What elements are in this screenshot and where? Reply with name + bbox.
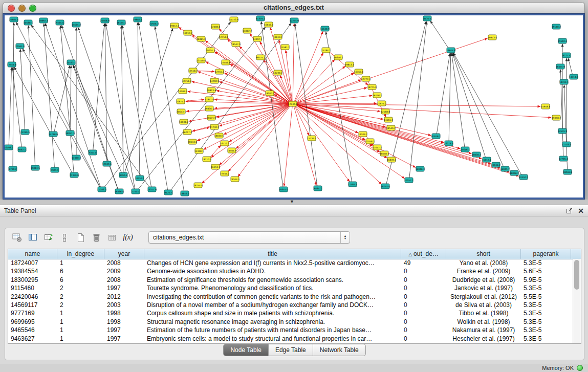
graph-edge[interactable] bbox=[155, 27, 184, 191]
row-tools-icon[interactable] bbox=[58, 231, 71, 244]
graph-edge[interactable] bbox=[44, 24, 55, 167]
graph-node[interactable]: 14081.5 bbox=[178, 89, 187, 94]
graph-edge[interactable] bbox=[452, 53, 485, 158]
graph-node[interactable]: 14200.9 bbox=[210, 78, 219, 83]
graph-node[interactable]: 17584.1 bbox=[348, 182, 357, 187]
merge-table-icon[interactable] bbox=[105, 231, 119, 244]
table-row[interactable]: 946362711997Embryonic stem cells: a mode… bbox=[8, 335, 573, 343]
graph-node[interactable]: 14768.9 bbox=[49, 132, 58, 137]
graph-node[interactable]: 16046.3 bbox=[416, 166, 425, 171]
graph-node[interactable]: 20163.1 bbox=[67, 60, 76, 65]
graph-node[interactable]: 16198.2 bbox=[5, 145, 13, 150]
column-header-pagerank[interactable]: pagerank bbox=[521, 249, 571, 259]
column-header-out_degree[interactable]: △out_de… bbox=[401, 249, 446, 259]
graph-node[interactable]: 76344.5 bbox=[230, 177, 239, 182]
graph-edge[interactable] bbox=[293, 24, 294, 101]
delete-table-icon[interactable] bbox=[90, 231, 103, 244]
graph-node[interactable]: 16640.9 bbox=[320, 26, 330, 31]
import-table-icon[interactable] bbox=[42, 231, 55, 244]
graph-node[interactable]: 18485.0 bbox=[197, 36, 206, 41]
graph-edge[interactable] bbox=[568, 58, 572, 75]
graph-edge[interactable] bbox=[228, 106, 290, 171]
graph-node[interactable]: 8834.2 bbox=[314, 186, 322, 191]
table-row[interactable]: 946554611997Estimation of the future num… bbox=[8, 326, 573, 334]
graph-node[interactable]: 16362.1 bbox=[354, 69, 363, 74]
graph-edge[interactable] bbox=[73, 65, 118, 189]
graph-node[interactable]: 19336.1 bbox=[205, 106, 214, 111]
graph-node[interactable]: 20024.1 bbox=[206, 48, 215, 53]
show-columns-icon[interactable] bbox=[26, 231, 39, 244]
table-row[interactable]: 911546021997Tourette syndrome. Phenomeno… bbox=[8, 284, 573, 292]
graph-edge[interactable] bbox=[297, 103, 377, 104]
graph-node[interactable]: 17460.3 bbox=[72, 155, 81, 160]
graph-node[interactable]: 18892.3 bbox=[39, 18, 48, 23]
graph-node[interactable]: 55723.9 bbox=[229, 17, 238, 22]
graph-node[interactable]: 16155.1 bbox=[117, 20, 126, 25]
graph-edge[interactable] bbox=[297, 104, 431, 136]
graph-node[interactable]: 19613.2 bbox=[273, 34, 282, 39]
graph-node[interactable]: 8790.4 bbox=[119, 172, 127, 178]
graph-node[interactable]: 18549.2 bbox=[386, 125, 396, 130]
graph-node[interactable]: 18030.2 bbox=[472, 152, 481, 157]
graph-node[interactable]: 15581.2 bbox=[280, 45, 290, 50]
graph-edge[interactable] bbox=[12, 68, 21, 147]
graph-node[interactable]: 18300.2 bbox=[265, 91, 274, 96]
graph-node[interactable]: 9062.1 bbox=[18, 147, 26, 152]
graph-node[interactable]: 16557.2 bbox=[135, 176, 144, 181]
graph-edge[interactable] bbox=[105, 24, 107, 161]
graph-node[interactable]: 18046.8 bbox=[563, 169, 572, 174]
graph-edge[interactable] bbox=[14, 67, 72, 172]
graph-node[interactable]: 20357.2 bbox=[404, 178, 413, 183]
tab-edge-table[interactable]: Edge Table bbox=[269, 344, 313, 356]
graph-edge[interactable] bbox=[229, 105, 289, 142]
graph-node[interactable]: 8790.2 bbox=[9, 166, 17, 171]
graph-node[interactable]: 18616.2 bbox=[334, 55, 343, 60]
function-builder-icon[interactable]: f(x) bbox=[121, 231, 135, 244]
graph-edge[interactable] bbox=[294, 106, 316, 185]
graph-node[interactable]: 16012.4 bbox=[482, 157, 491, 162]
graph-edge[interactable] bbox=[430, 21, 448, 48]
graph-node[interactable]: 12049.6 bbox=[102, 161, 112, 166]
table-row[interactable]: 1872400712008Changes of HCN gene express… bbox=[8, 259, 573, 267]
graph-node[interactable]: 76254.0 bbox=[193, 183, 203, 188]
graph-node[interactable]: 19345.0 bbox=[279, 187, 288, 192]
graph-node[interactable]: 13118.0 bbox=[197, 58, 206, 63]
graph-node[interactable]: 17705.4 bbox=[559, 156, 568, 161]
graph-node[interactable]: 13230.2 bbox=[273, 70, 282, 75]
graph-node[interactable]: 12755.3 bbox=[215, 69, 224, 74]
graph-node[interactable]: 17240.8 bbox=[288, 101, 297, 106]
graph-node[interactable]: 16849.3 bbox=[387, 157, 396, 162]
graph-node[interactable]: 12254.9 bbox=[290, 18, 299, 23]
graph-edge[interactable] bbox=[437, 53, 450, 134]
graph-node[interactable]: 5905.1 bbox=[51, 167, 59, 172]
graph-node[interactable]: 21350.8 bbox=[70, 172, 79, 178]
graph-node[interactable]: 18547.9 bbox=[231, 41, 241, 47]
graph-node[interactable]: 19140.2 bbox=[552, 24, 561, 29]
graph-edge[interactable] bbox=[210, 145, 221, 158]
graph-node[interactable]: 11730.2 bbox=[210, 124, 219, 129]
graph-edge[interactable] bbox=[54, 65, 70, 132]
new-table-icon[interactable] bbox=[74, 231, 87, 244]
table-row[interactable]: 1456911722003Disruption of a novel membe… bbox=[8, 301, 573, 309]
graph-node[interactable]: 17047.2 bbox=[373, 145, 382, 150]
graph-node[interactable]: 16045.7 bbox=[500, 166, 510, 171]
graph-node[interactable]: 19012.4 bbox=[170, 23, 179, 28]
window-titlebar[interactable]: citations_edges.txt bbox=[3, 2, 585, 13]
graph-node[interactable]: 25260.5 bbox=[20, 129, 30, 135]
graph-node[interactable]: 14616.2 bbox=[384, 117, 393, 122]
graph-node[interactable]: 14392.1 bbox=[253, 36, 262, 41]
graph-edge[interactable] bbox=[451, 53, 464, 147]
graph-node[interactable]: 10674.2 bbox=[377, 101, 386, 106]
graph-node[interactable]: 14082.2 bbox=[243, 28, 252, 33]
graph-edge[interactable] bbox=[409, 21, 427, 178]
graph-edge[interactable] bbox=[121, 26, 123, 172]
table-row[interactable]: 977716911998Corpus callosum shape and si… bbox=[8, 309, 573, 317]
graph-node[interactable]: 16017.2 bbox=[183, 30, 192, 35]
graph-node[interactable]: 22408.8 bbox=[211, 24, 220, 29]
graph-node[interactable]: 16643.0 bbox=[264, 22, 273, 27]
graph-node[interactable]: 18031.2 bbox=[179, 119, 188, 124]
graph-node[interactable]: 18046.2 bbox=[510, 170, 519, 176]
graph-node[interactable]: 16219.4 bbox=[444, 141, 453, 146]
graph-node[interactable]: 20813.4 bbox=[207, 87, 216, 93]
graph-node[interactable]: 72544.2 bbox=[220, 171, 229, 176]
